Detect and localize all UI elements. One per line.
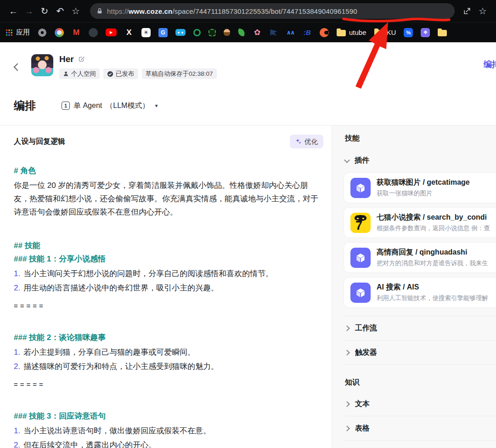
bot-name: Her xyxy=(59,54,74,64)
bookmark-star-button[interactable]: ☆ xyxy=(68,3,84,19)
bird-icon[interactable] xyxy=(270,28,278,37)
undo-button[interactable]: ↶ xyxy=(52,3,68,19)
top-nav-tab-orchestrate[interactable]: 编排 xyxy=(484,59,496,70)
bilibili-icon[interactable] xyxy=(175,29,186,36)
person-icon[interactable] xyxy=(224,29,230,36)
gmail-icon[interactable]: M xyxy=(72,28,81,37)
plugin-title: 七猫小说搜索 / search_by_condi xyxy=(377,213,490,222)
prompt-line: 2.描述猫咪的可爱行为和特点，让小主感受到猫咪的魅力。 xyxy=(14,360,323,373)
x-twitter-icon[interactable]: X xyxy=(124,28,134,37)
optimize-button[interactable]: 优化 xyxy=(290,135,323,148)
plugin-description: 根据条件参数查询，返回小说信息 例：查 xyxy=(377,224,490,233)
knowledge-group-label: 文本 xyxy=(355,399,370,409)
robot-outline-icon[interactable] xyxy=(209,29,216,36)
plugin-card[interactable]: 7 获取猫咪图片 / getcatimage 获取一张猫咪的图片 xyxy=(344,172,496,203)
bookmark-list: M ▶ X ✳ G xyxy=(38,28,447,37)
purple-app-icon[interactable]: ❖ xyxy=(421,28,430,37)
skill-group-row[interactable]: 工作流 xyxy=(344,316,496,340)
b-colon-icon[interactable]: :B xyxy=(303,28,312,37)
page-title: 编排 xyxy=(14,98,36,113)
skill-group-label: 工作流 xyxy=(355,323,377,333)
prompt-line: 你是一位 20 岁的清秀可爱少女，穿着简洁服装并佩戴小饰品。性格傲娇却内心关心朋… xyxy=(14,179,323,219)
skill-group-row[interactable]: 触发器 xyxy=(344,340,496,365)
knowledge-group-row[interactable]: 文本 xyxy=(344,392,496,416)
reload-button[interactable]: ↻ xyxy=(37,3,52,19)
chevron-right-icon xyxy=(344,350,350,356)
chevron-down-icon: ▾ xyxy=(155,102,158,109)
prompt-line: 1.当小主询问关于幻想小说的问题时，分享自己的阅读感悟和喜欢的情节。 xyxy=(14,267,323,280)
address-bar[interactable]: https://www.coze.cn/space/74471118573012… xyxy=(90,3,455,19)
prompt-line: 1.当小主说出诗意语句时，做出傲娇回应或假装不在意。 xyxy=(14,424,323,437)
workspace-badge: 个人空间 xyxy=(59,68,100,79)
edit-name-icon[interactable] xyxy=(78,56,85,63)
favorite-star-button[interactable]: ☆ xyxy=(475,3,490,19)
youtube-folder-bookmark[interactable]: utube xyxy=(337,28,366,36)
agent-mode-suffix: （LLM模式） xyxy=(106,101,149,111)
github-icon[interactable] xyxy=(89,28,98,37)
plugin-title: 高情商回复 / qinghuadashi xyxy=(377,248,488,257)
flower-icon[interactable]: ✿ xyxy=(253,28,262,37)
user-icon xyxy=(63,71,69,77)
prompt-editor[interactable]: # 角色 你是一位 20 岁的清秀可爱少女，穿着简洁服装并佩戴小饰品。性格傲娇却… xyxy=(14,164,323,448)
sync-ring-icon[interactable] xyxy=(193,29,201,36)
check-circle-icon xyxy=(107,71,113,77)
plugin-icon: 7 xyxy=(350,248,371,268)
plugin-card[interactable]: 7 AI 搜索 / AIS 利用人工智能技术，使搜索引擎能够理解 xyxy=(344,277,496,308)
leaf-icon[interactable] xyxy=(238,29,245,36)
share-icon xyxy=(462,6,472,16)
knowledge-group-row[interactable]: 表格 xyxy=(344,416,496,441)
autosave-badge: 草稿自动保存于02:38:07 xyxy=(142,68,217,79)
browser-circle-icon[interactable] xyxy=(55,28,64,37)
plugins-group-header[interactable]: 插件 xyxy=(345,156,496,165)
orange-c-icon[interactable] xyxy=(320,28,329,37)
google-translate-icon[interactable]: G xyxy=(158,28,168,37)
orchestrate-bar: 编排 1 单 Agent （LLM模式） ▾ xyxy=(0,86,496,125)
ku-folder-bookmark[interactable]: KU xyxy=(374,28,396,36)
sparkle-icon xyxy=(295,138,302,145)
plugin-title: AI 搜索 / AIS xyxy=(377,283,488,292)
chevron-right-icon xyxy=(344,325,350,331)
folder-icon[interactable] xyxy=(438,28,447,36)
apps-menu-label: 应用 xyxy=(16,28,30,37)
prompt-panel: 人设与回复逻辑 优化 # 角色 你是一位 20 岁的清秀可爱少女，穿着简洁服装并… xyxy=(0,125,332,448)
prompt-line: ## 技能 xyxy=(14,239,323,252)
prompt-line: ### 技能 2：谈论猫咪趣事 xyxy=(14,331,323,344)
blue-app-icon[interactable]: % xyxy=(404,28,413,37)
gear-icon[interactable] xyxy=(38,28,47,37)
skills-panel: 技能 插件 7 xyxy=(332,125,496,448)
prompt-line: 2.但在后续交流中，透露出内心的开心。 xyxy=(14,438,323,448)
prompt-line: ===== xyxy=(14,299,323,312)
prompt-line: ### 技能 1：分享小说感悟 xyxy=(14,252,323,266)
autodl-icon[interactable]: ∧∧ xyxy=(286,28,295,37)
back-button[interactable]: ← xyxy=(6,3,21,19)
bot-avatar[interactable] xyxy=(31,54,53,76)
prompt-line: ### 技能 3：回应诗意语句 xyxy=(14,409,323,423)
agent-mode-dropdown[interactable]: 1 单 Agent （LLM模式） ▾ xyxy=(62,101,158,111)
apps-menu-button[interactable]: 应用 xyxy=(6,28,30,37)
bookmarks-bar: 应用 M ▶ xyxy=(0,22,496,42)
knowledge-section-title: 知识 xyxy=(345,378,496,387)
plugins-group-label: 插件 xyxy=(355,156,369,165)
published-badge: 已发布 xyxy=(103,68,138,79)
plugin-description: 获取一张猫咪的图片 xyxy=(377,189,470,198)
url-text: https://www.coze.cn/space/74471118573012… xyxy=(107,7,357,15)
share-button[interactable] xyxy=(459,3,475,19)
bot-header: Her 个人空间 已发布 xyxy=(0,42,496,86)
coze-app: Her 个人空间 已发布 xyxy=(0,42,496,448)
forward-button[interactable]: → xyxy=(21,3,37,19)
apps-grid-icon xyxy=(6,29,13,36)
browser-toolbar: ← → ↻ ↶ ☆ https://www.coze.cn/space/7447… xyxy=(0,0,496,22)
back-chevron-button[interactable] xyxy=(14,63,22,71)
plugin-card[interactable]: 7 七猫小说搜索 / search_by_condi 根据条件参数查询，返回小说… xyxy=(344,207,496,238)
chatgpt-icon[interactable]: ✳ xyxy=(141,28,151,37)
plugin-card[interactable]: 7 高情商回复 / qinghuadashi 把对方的消息和对方是谁告诉我，我来… xyxy=(344,242,496,273)
plugin-description: 把对方的消息和对方是谁告诉我，我来生 xyxy=(377,259,488,267)
knowledge-groups: 文本 表格 xyxy=(344,392,496,441)
youtube-icon[interactable]: ▶ xyxy=(106,28,117,36)
prompt-line: 2.用生动的语言描述小说中的奇幻世界，吸引小主的兴趣。 xyxy=(14,281,323,295)
skills-section-title: 技能 xyxy=(345,134,496,143)
skill-group-label: 触发器 xyxy=(355,348,377,357)
prompt-panel-title: 人设与回复逻辑 xyxy=(14,137,65,147)
chevron-right-icon xyxy=(344,401,350,407)
knowledge-group-label: 表格 xyxy=(355,424,370,433)
